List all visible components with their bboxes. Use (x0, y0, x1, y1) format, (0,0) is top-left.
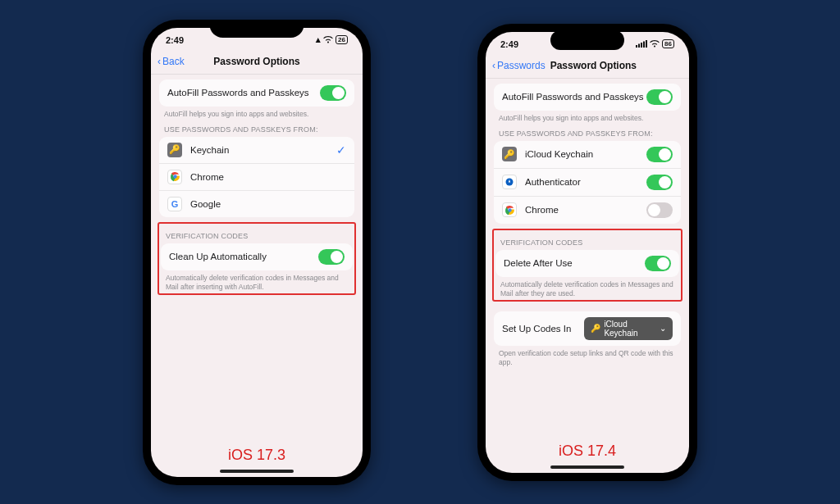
content: AutoFill Passwords and Passkeys AutoFill… (151, 75, 363, 477)
svg-point-1 (173, 175, 176, 178)
source-label: Keychain (190, 145, 336, 155)
svg-rect-4 (641, 43, 642, 48)
autofill-toggle[interactable] (646, 89, 673, 105)
status-right: 86 (636, 39, 674, 49)
wifi-icon (650, 39, 660, 49)
chrome-icon (502, 202, 517, 217)
delete-row[interactable]: Delete After Use (495, 250, 679, 277)
source-label: Chrome (190, 172, 346, 182)
chrome-icon (167, 170, 182, 184)
screen-right: 2:49 86 ‹ Passwords Password Options A (486, 32, 689, 473)
back-label: Passwords (497, 60, 546, 71)
autofill-label: AutoFill Passwords and Passkeys (167, 88, 320, 98)
autofill-footer: AutoFill helps you sign into apps and we… (494, 111, 681, 123)
chevron-left-icon: ‹ (158, 56, 161, 67)
setup-footer: Open verification code setup links and Q… (494, 346, 681, 367)
verification-header: VERIFICATION CODES (495, 232, 679, 250)
content: AutoFill Passwords and Passkeys AutoFill… (486, 79, 689, 473)
source-chrome[interactable]: Chrome (159, 164, 354, 191)
back-button[interactable]: ‹ Passwords (492, 60, 546, 71)
phone-left: 2:49 ▴ 26 ‹ Back Password Options AutoFi… (143, 20, 371, 485)
source-toggle[interactable] (646, 202, 673, 218)
nav-bar: ‹ Passwords Password Options (486, 57, 689, 79)
autofill-toggle[interactable] (320, 85, 346, 101)
autofill-row[interactable]: AutoFill Passwords and Passkeys (159, 79, 354, 107)
chevron-left-icon: ‹ (492, 60, 495, 71)
setup-codes-row[interactable]: Set Up Codes In 🔑 iCloud Keychain ⌄ (494, 311, 681, 346)
setup-value-pill[interactable]: 🔑 iCloud Keychain ⌄ (584, 317, 673, 340)
google-icon: G (167, 197, 182, 211)
autofill-group: AutoFill Passwords and Passkeys (159, 79, 354, 107)
sources-group: 🔑 Keychain ✓ Chrome G Google (159, 137, 354, 217)
verification-highlight: VERIFICATION CODES Delete After Use Auto… (492, 229, 682, 302)
updown-icon: ⌄ (660, 324, 666, 333)
home-indicator[interactable] (220, 470, 294, 473)
keychain-icon: 🔑 (591, 324, 600, 333)
back-button[interactable]: ‹ Back (158, 56, 185, 67)
autofill-group: AutoFill Passwords and Passkeys (494, 84, 681, 111)
page-title: Password Options (213, 56, 299, 67)
status-time: 2:49 (166, 35, 184, 45)
delete-label: Delete After Use (504, 258, 645, 268)
status-time: 2:49 (500, 39, 518, 49)
verification-header: VERIFICATION CODES (161, 225, 353, 243)
source-toggle[interactable] (646, 175, 673, 190)
keychain-icon: 🔑 (167, 143, 182, 157)
verification-highlight: VERIFICATION CODES Clean Up Automaticall… (158, 222, 356, 295)
screen-left: 2:49 ▴ 26 ‹ Back Password Options AutoFi… (151, 28, 363, 477)
battery-icon: 26 (336, 35, 348, 44)
cellular-icon (636, 39, 647, 49)
cleanup-label: Clean Up Automatically (169, 252, 318, 261)
setup-label: Set Up Codes In (502, 324, 571, 334)
authenticator-icon (502, 175, 517, 189)
verification-group: Delete After Use (495, 250, 679, 277)
setup-value: iCloud Keychain (604, 320, 656, 338)
sources-group: 🔑 iCloud Keychain Authenticator Chrome (494, 141, 681, 224)
source-google[interactable]: G Google (159, 191, 354, 217)
autofill-label: AutoFill Passwords and Passkeys (502, 92, 646, 102)
status-right: ▴ 26 (316, 34, 348, 45)
ios-version-label: iOS 17.4 (494, 434, 681, 468)
sources-header: USE PASSWORDS AND PASSKEYS FROM: (159, 119, 354, 137)
verification-group: Clean Up Automatically (161, 243, 353, 270)
autofill-footer: AutoFill helps you sign into apps and we… (159, 107, 354, 119)
source-label: Google (190, 199, 346, 209)
source-label: Chrome (525, 205, 646, 215)
cleanup-row[interactable]: Clean Up Automatically (161, 243, 353, 270)
source-label: iCloud Keychain (525, 149, 646, 159)
verification-footer: Automatically delete verification codes … (161, 270, 353, 292)
source-chrome[interactable]: Chrome (494, 197, 681, 224)
signal-icon: ▴ (316, 34, 321, 45)
svg-rect-2 (636, 45, 637, 48)
wifi-icon (323, 35, 333, 45)
notch (210, 20, 304, 38)
source-icloud[interactable]: 🔑 iCloud Keychain (494, 141, 681, 169)
keychain-icon: 🔑 (502, 147, 517, 161)
autofill-row[interactable]: AutoFill Passwords and Passkeys (494, 84, 681, 111)
svg-rect-3 (638, 43, 640, 48)
svg-point-9 (508, 208, 511, 211)
source-label: Authenticator (525, 177, 646, 187)
ios-version-label: iOS 17.3 (159, 438, 354, 472)
battery-icon: 86 (662, 39, 674, 48)
svg-rect-6 (646, 40, 647, 48)
setup-group: Set Up Codes In 🔑 iCloud Keychain ⌄ (494, 311, 681, 346)
source-toggle[interactable] (646, 147, 673, 162)
nav-bar: ‹ Back Password Options (151, 52, 363, 75)
phone-right: 2:49 86 ‹ Passwords Password Options A (477, 24, 697, 481)
page-title: Password Options (550, 60, 637, 71)
sources-header: USE PASSWORDS AND PASSKEYS FROM: (494, 123, 681, 141)
cleanup-toggle[interactable] (318, 249, 345, 265)
verification-footer: Automatically delete verification codes … (495, 277, 679, 298)
back-label: Back (162, 56, 185, 67)
delete-toggle[interactable] (645, 256, 671, 271)
checkmark-icon: ✓ (336, 143, 346, 157)
svg-rect-5 (643, 41, 645, 48)
home-indicator[interactable] (550, 465, 624, 469)
source-keychain[interactable]: 🔑 Keychain ✓ (159, 137, 354, 164)
source-authenticator[interactable]: Authenticator (494, 169, 681, 197)
notch (550, 30, 624, 50)
